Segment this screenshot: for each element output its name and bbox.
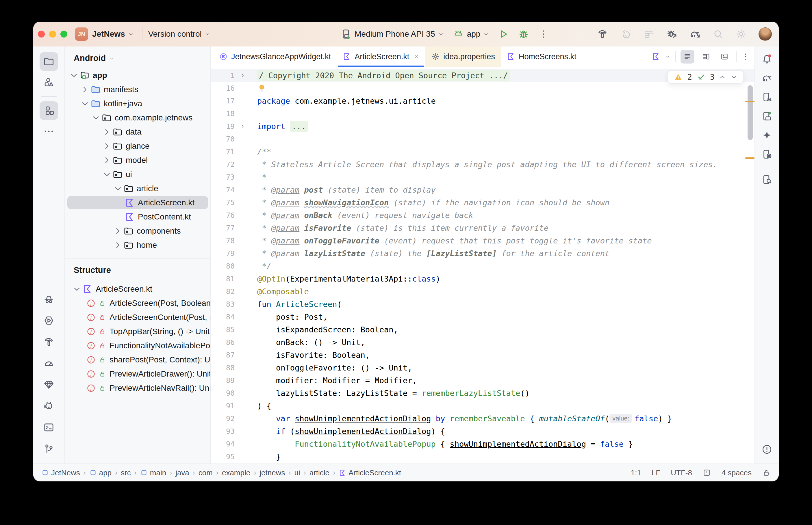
code-line-91[interactable]: 91 ) { bbox=[211, 400, 754, 412]
structure-root-file[interactable]: ArticleScreen.kt bbox=[65, 282, 210, 296]
device-mirroring-button[interactable] bbox=[758, 146, 776, 163]
breadcrumb-item-java[interactable]: java bbox=[175, 468, 189, 477]
project-view-selector[interactable]: Android bbox=[65, 50, 210, 68]
more-actions-button[interactable] bbox=[538, 29, 548, 39]
attach-debugger-button[interactable] bbox=[666, 28, 678, 40]
close-window-button[interactable] bbox=[38, 31, 45, 38]
code-line-72[interactable]: 72 * Stateless Article Screen that displ… bbox=[211, 158, 754, 171]
breadcrumb-item-example[interactable]: example bbox=[222, 468, 250, 477]
project-item-components[interactable]: components bbox=[65, 224, 210, 238]
app-links-assistant-button[interactable] bbox=[40, 375, 58, 394]
unlock-icon[interactable] bbox=[762, 468, 771, 477]
profiler-tool-button[interactable] bbox=[40, 354, 58, 373]
code-line-89[interactable]: 89 modifier: Modifier = Modifier, bbox=[211, 374, 754, 387]
code-view-button[interactable] bbox=[680, 50, 694, 63]
device-explorer-button[interactable] bbox=[758, 171, 776, 188]
split-view-button[interactable] bbox=[699, 50, 713, 63]
code-line-86[interactable]: 86 onBack: () -> Unit, bbox=[211, 336, 754, 348]
project-item-home[interactable]: home bbox=[65, 238, 210, 252]
version-control-menu[interactable]: Version control bbox=[148, 29, 210, 39]
structure-item-functionalitynotavailablepop[interactable]: f FunctionalityNotAvailablePop bbox=[65, 339, 210, 352]
project-item-model[interactable]: model bbox=[65, 153, 210, 167]
caret-position[interactable]: 1:1 bbox=[631, 468, 641, 477]
code-line-17[interactable]: 17 package com.example.jetnews.ui.articl… bbox=[211, 94, 754, 107]
breadcrumb-item-jetnews[interactable]: JetNews bbox=[41, 468, 80, 477]
structure-tool-button[interactable] bbox=[40, 101, 58, 120]
next-problem-button[interactable] bbox=[730, 73, 738, 81]
code-line-94[interactable]: 94 FunctionalityNotAvailablePopup { show… bbox=[211, 437, 754, 450]
editor-scrollbar[interactable] bbox=[748, 85, 753, 140]
project-item-article[interactable]: article bbox=[65, 181, 210, 195]
code-editor[interactable]: 1 / Copyright 2020 The Android Open Sour… bbox=[211, 67, 754, 464]
code-line-85[interactable]: 85 isExpandedScreen: Boolean, bbox=[211, 323, 754, 336]
code-line-83[interactable]: 83 fun ArticleScreen( bbox=[211, 298, 754, 311]
line-separator[interactable]: LF bbox=[652, 468, 660, 477]
breadcrumb-item-com[interactable]: com bbox=[198, 468, 213, 477]
code-line-88[interactable]: 88 onToggleFavorite: () -> Unit, bbox=[211, 361, 754, 374]
code-line-77[interactable]: 77 * @param isFavorite (state) is this i… bbox=[211, 222, 754, 234]
design-view-button[interactable] bbox=[718, 50, 732, 63]
minimize-window-button[interactable] bbox=[49, 31, 56, 38]
code-line-95[interactable]: 95 } bbox=[211, 450, 754, 463]
device-selector[interactable]: Medium Phone API 35 bbox=[340, 28, 444, 40]
structure-item-previewarticledrawer[interactable]: f PreviewArticleDrawer(): Unit bbox=[65, 367, 210, 381]
gradle-sync-button[interactable] bbox=[689, 28, 701, 40]
code-line-71[interactable]: 71 /** bbox=[211, 145, 754, 158]
code-line-73[interactable]: 73 * bbox=[211, 171, 754, 183]
tree-collapse-icon[interactable] bbox=[72, 284, 82, 294]
warning-stripe-mark[interactable] bbox=[745, 101, 754, 102]
project-tool-button[interactable] bbox=[40, 52, 58, 71]
code-line-82[interactable]: 82 @Composable bbox=[211, 285, 754, 298]
tree-expand-icon[interactable] bbox=[102, 141, 112, 151]
more-tool-windows-button[interactable] bbox=[40, 122, 58, 141]
tab-idea-properties[interactable]: idea.properties bbox=[425, 46, 501, 67]
gemini-tool-button[interactable] bbox=[758, 126, 776, 144]
tree-collapse-icon[interactable] bbox=[113, 184, 123, 194]
project-selector[interactable]: JetNews bbox=[92, 29, 134, 39]
project-item-postcontent-kt[interactable]: PostContent.kt bbox=[65, 210, 210, 224]
code-line-79[interactable]: 79 * @param lazyListState (state) the [L… bbox=[211, 247, 754, 260]
structure-item-previewarticlenavrail[interactable]: f PreviewArticleNavRail(): Unit bbox=[65, 381, 210, 395]
tree-collapse-icon[interactable] bbox=[102, 169, 112, 179]
run-with-coverage-button[interactable] bbox=[643, 28, 654, 40]
warning-stripe-mark[interactable] bbox=[745, 158, 754, 159]
ai-actions-button[interactable]: A bbox=[620, 28, 631, 40]
search-everywhere-button[interactable] bbox=[712, 28, 724, 40]
tab-home-screens[interactable]: HomeScreens.kt bbox=[501, 46, 582, 67]
structure-item-articlescreen[interactable]: f ArticleScreen(Post, Boolean, bbox=[65, 296, 210, 310]
project-item-app[interactable]: app bbox=[65, 68, 210, 82]
breadcrumb-item-jetnews[interactable]: jetnews bbox=[260, 468, 285, 477]
code-line-90[interactable]: 90 lazyListState: LazyListState = rememb… bbox=[211, 387, 754, 400]
breadcrumb-item-src[interactable]: src bbox=[121, 468, 131, 477]
file-encoding[interactable]: UTF-8 bbox=[671, 468, 692, 477]
user-avatar[interactable] bbox=[758, 27, 772, 41]
project-item-com-example-jetnews[interactable]: com.example.jetnews bbox=[65, 110, 210, 125]
project-item-ui[interactable]: ui bbox=[65, 167, 210, 181]
build-project-button[interactable] bbox=[597, 28, 608, 40]
run-button[interactable] bbox=[498, 28, 509, 40]
editor-more-button[interactable] bbox=[741, 52, 750, 61]
inspections-widget[interactable]: 2 3 bbox=[667, 70, 743, 84]
code-line-75[interactable]: 75 * @param showNavigationIcon (state) i… bbox=[211, 196, 754, 209]
project-item-articlescreen-kt[interactable]: ArticleScreen.kt bbox=[65, 195, 210, 210]
code-line-84[interactable]: 84 post: Post, bbox=[211, 311, 754, 323]
breadcrumb-item-articlescreen-kt[interactable]: ArticleScreen.kt bbox=[339, 468, 401, 477]
tab-article-screen[interactable]: ArticleScreen.kt bbox=[337, 46, 425, 67]
run-configuration-selector[interactable]: app bbox=[453, 28, 489, 40]
problems-tool-button[interactable] bbox=[758, 441, 776, 458]
breadcrumb-item-article[interactable]: article bbox=[309, 468, 329, 477]
structure-item-articlescreencontent[interactable]: f ArticleScreenContent(Post, () bbox=[65, 310, 210, 324]
code-line-87[interactable]: 87 isFavorite: Boolean, bbox=[211, 348, 754, 361]
fold-arrow-icon[interactable] bbox=[235, 73, 251, 78]
project-item-kotlin-java[interactable]: kotlin+java bbox=[65, 96, 210, 110]
tree-collapse-icon[interactable] bbox=[80, 99, 90, 109]
debug-button[interactable] bbox=[518, 28, 529, 40]
code-line-19[interactable]: 19 import ... bbox=[211, 120, 754, 133]
structure-item-sharepost[interactable]: f sharePost(Post, Context): Un bbox=[65, 352, 210, 367]
indent-setting[interactable]: 4 spaces bbox=[722, 468, 752, 477]
close-tab-icon[interactable] bbox=[413, 54, 419, 60]
code-line-70[interactable]: 70 bbox=[211, 133, 754, 145]
settings-button[interactable] bbox=[735, 28, 747, 40]
intention-bulb-icon[interactable] bbox=[257, 84, 266, 93]
build-tool-button[interactable] bbox=[40, 333, 58, 351]
